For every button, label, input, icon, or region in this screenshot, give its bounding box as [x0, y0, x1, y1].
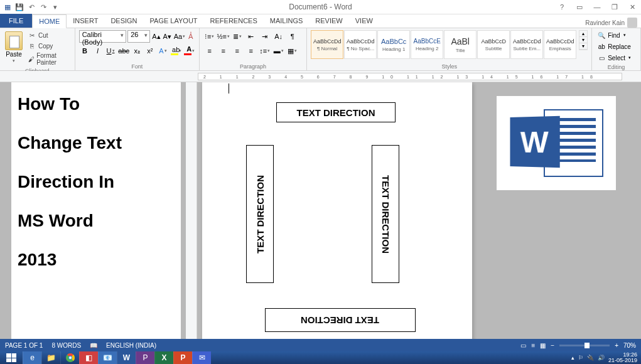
find-button[interactable]: 🔍Find▾ — [596, 30, 637, 40]
tab-home[interactable]: HOME — [32, 14, 67, 28]
text-effects-button[interactable]: A — [157, 45, 169, 57]
style-option[interactable]: AaBbCcDd¶ Normal — [311, 30, 343, 59]
bold-button[interactable]: B — [79, 45, 91, 57]
clear-formatting-button[interactable]: A̾ — [187, 30, 195, 43]
font-name-select[interactable]: Calibri (Body) — [79, 30, 127, 43]
tab-view[interactable]: VIEW — [349, 14, 379, 28]
line-spacing-button[interactable]: ↕≡ — [259, 45, 271, 57]
task-ie-icon[interactable]: e — [23, 351, 41, 364]
task-excel-icon[interactable]: X — [154, 351, 173, 364]
style-option[interactable]: AaBbCcDd¶ No Spac... — [344, 30, 377, 59]
view-read-mode-icon[interactable]: ▭ — [520, 342, 526, 349]
borders-button[interactable]: ▦ — [286, 45, 299, 57]
italic-button[interactable]: I — [92, 45, 104, 57]
align-left-button[interactable]: ≡ — [203, 45, 216, 57]
text-box-horizontal[interactable]: TEXT DIRECTION — [276, 102, 396, 122]
paste-button[interactable]: Paste ▾ — [4, 30, 24, 65]
start-button[interactable] — [0, 351, 23, 364]
change-case-button[interactable]: Aa — [173, 30, 186, 43]
tab-insert[interactable]: INSERT — [67, 14, 104, 28]
task-app-3-icon[interactable]: P — [136, 351, 154, 364]
tab-mailings[interactable]: MAILINGS — [264, 14, 310, 28]
grow-font-button[interactable]: A▴ — [151, 30, 161, 43]
task-chrome-icon[interactable] — [60, 351, 79, 364]
text-box-rotate-270[interactable]: TEXT DIRECTION — [246, 145, 274, 283]
tray-volume-icon[interactable]: 🔊 — [598, 355, 605, 361]
subscript-button[interactable]: x₂ — [131, 45, 143, 57]
user-account[interactable]: Ravinder Kain — [585, 18, 637, 28]
select-button[interactable]: ▭Select▾ — [596, 53, 637, 63]
show-marks-button[interactable]: ¶ — [286, 30, 299, 43]
minimize-icon[interactable]: — — [591, 2, 603, 12]
help-icon[interactable]: ? — [556, 2, 568, 12]
shading-button[interactable]: ▬ — [272, 45, 285, 57]
styles-scroll-up[interactable]: ▴ — [579, 31, 587, 37]
style-option[interactable]: AaBbCcDSubtitle — [477, 30, 510, 59]
text-box-rotate-180[interactable]: TEXT DIRECTION — [265, 308, 416, 332]
styles-expand[interactable]: ▾ — [579, 43, 587, 50]
copy-button[interactable]: ⎘Copy — [26, 41, 71, 51]
font-color-button[interactable]: A — [183, 45, 195, 57]
cut-button[interactable]: ✂Cut — [26, 30, 71, 40]
task-app-2-icon[interactable]: 📧 — [98, 351, 117, 364]
text-box-rotate-90[interactable]: TEXT DIRECTION — [372, 145, 399, 283]
style-option[interactable]: AaBbCcHeading 1 — [377, 30, 410, 59]
sort-button[interactable]: A↓ — [272, 30, 285, 43]
status-words[interactable]: 8 WORDS — [51, 342, 81, 349]
align-center-button[interactable]: ≡ — [217, 45, 230, 57]
superscript-button[interactable]: x² — [144, 45, 156, 57]
increase-indent-button[interactable]: ⇥ — [259, 30, 271, 43]
save-icon[interactable]: 💾 — [14, 2, 24, 12]
zoom-slider[interactable] — [559, 345, 610, 346]
tab-references[interactable]: REFERENCES — [204, 14, 264, 28]
numbering-button[interactable]: ½≡ — [217, 30, 230, 43]
multilevel-button[interactable]: ≣ — [231, 30, 244, 43]
zoom-level[interactable]: 70% — [623, 342, 636, 349]
task-app-1-icon[interactable]: ◧ — [79, 351, 98, 364]
style-option[interactable]: AaBlTitle — [444, 30, 477, 59]
replace-button[interactable]: abReplace — [596, 41, 637, 51]
tray-clock[interactable]: 19:26 21-05-2019 — [608, 352, 637, 363]
format-painter-button[interactable]: 🖌Format Painter — [26, 51, 71, 67]
view-web-layout-icon[interactable]: ▦ — [540, 342, 546, 349]
strikethrough-button[interactable]: abc — [117, 45, 130, 57]
document-page[interactable]: TEXT DIRECTION TEXT DIRECTION TEXT DIREC… — [202, 82, 472, 351]
bullets-button[interactable]: ⁝≡ — [203, 30, 216, 43]
tray-network-icon[interactable]: 🔌 — [587, 355, 594, 361]
justify-button[interactable]: ≡ — [245, 45, 257, 57]
tab-file[interactable]: FILE — [0, 14, 32, 28]
tab-page-layout[interactable]: PAGE LAYOUT — [144, 14, 204, 28]
shrink-font-button[interactable]: A▾ — [163, 30, 172, 43]
highlight-button[interactable]: ab — [170, 45, 182, 57]
status-language[interactable]: ENGLISH (INDIA) — [106, 342, 156, 349]
undo-icon[interactable]: ↶ — [26, 2, 36, 12]
font-size-select[interactable]: 26 — [127, 30, 150, 43]
qat-customize-icon[interactable]: ▾ — [50, 2, 60, 12]
decrease-indent-button[interactable]: ⇤ — [245, 30, 257, 43]
redo-icon[interactable]: ↷ — [38, 2, 48, 12]
zoom-in-button[interactable]: + — [615, 342, 618, 349]
style-option[interactable]: AaBbCcDdSubtle Em... — [510, 30, 543, 59]
tray-expand-icon[interactable]: ▴ — [571, 355, 574, 361]
vertical-ruler[interactable] — [186, 82, 197, 351]
style-option[interactable]: AaBbCcEHeading 2 — [411, 30, 443, 59]
tray-action-center-icon[interactable]: ⚐ — [578, 355, 583, 361]
task-explorer-icon[interactable]: 📁 — [41, 351, 60, 364]
task-app-4-icon[interactable]: ✉ — [192, 351, 211, 364]
style-option[interactable]: AaBbCcDdEmphasis — [544, 30, 576, 59]
task-powerpoint-icon[interactable]: P — [173, 351, 192, 364]
styles-gallery[interactable]: AaBbCcDd¶ NormalAaBbCcDd¶ No Spac...AaBb… — [311, 30, 576, 59]
horizontal-ruler[interactable]: 2 1 1 2 3 4 5 6 7 8 9 10 11 12 13 14 15 … — [0, 71, 641, 82]
ribbon-options-icon[interactable]: ▭ — [573, 2, 586, 12]
view-print-layout-icon[interactable]: ≡ — [531, 342, 535, 349]
close-icon[interactable]: ✕ — [626, 2, 638, 12]
tab-review[interactable]: REVIEW — [309, 14, 348, 28]
styles-scroll-down[interactable]: ▾ — [579, 37, 587, 43]
word-icon[interactable]: ▦ — [3, 2, 13, 12]
status-page[interactable]: PAGE 1 OF 1 — [5, 342, 43, 349]
zoom-out-button[interactable]: − — [551, 342, 554, 349]
align-right-button[interactable]: ≡ — [231, 45, 244, 57]
status-proofing-icon[interactable]: 📖 — [90, 342, 97, 349]
task-word-icon[interactable]: W — [117, 351, 136, 364]
underline-button[interactable]: U — [105, 45, 117, 57]
